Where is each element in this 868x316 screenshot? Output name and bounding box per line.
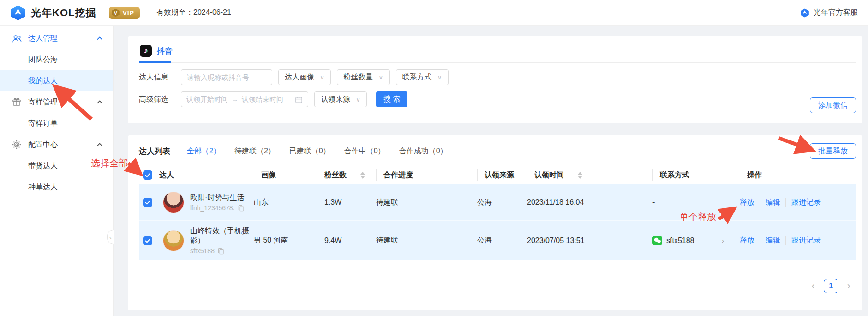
batch-release-button[interactable]: 批量释放	[810, 143, 856, 159]
sort-fans-icon[interactable]	[360, 172, 365, 179]
range-arrow-icon: →	[232, 96, 238, 103]
sidebar-item-config-center[interactable]: 配置中心	[0, 134, 113, 155]
copy-icon[interactable]	[238, 205, 244, 212]
row-checkbox[interactable]	[143, 198, 152, 207]
sidebar-label: 配置中心	[28, 140, 58, 150]
wechat-icon	[652, 236, 662, 245]
edit-link[interactable]: 编辑	[760, 198, 780, 207]
nickname-input[interactable]	[181, 69, 272, 85]
app-logo: 光年KOL挖掘	[10, 5, 96, 21]
daren-account: sftx5188	[190, 247, 215, 255]
sidebar-label: 团队公海	[28, 55, 58, 65]
table-row: 欧阳·时势与生活 lfnh_12345678. 山东 1.3W 待建联 公海 2…	[139, 184, 856, 220]
filter-row-1: 达人信息 达人画像 ∨ 粉丝数量 ∨ 联系方式 ∨	[139, 69, 856, 85]
sidebar-item-my-daren[interactable]: 我的达人	[0, 70, 113, 91]
sidebar-label: 带货达人	[28, 161, 58, 171]
daren-cell: 山峰特效（手机摄影） sftx5188	[159, 226, 254, 255]
next-page-icon[interactable]: ›	[847, 281, 850, 291]
chevron-up-icon[interactable]	[96, 36, 103, 41]
service-icon	[800, 8, 809, 18]
topbar: 光年KOL挖掘 V VIP 有效期至：2024-06-21 光年官方客服	[0, 0, 868, 26]
contact-cell: sftx5188 ›	[652, 236, 740, 245]
daren-name[interactable]: 山峰特效（手机摄影）	[190, 226, 254, 246]
users-icon	[12, 34, 22, 43]
platform-tabs: ♪ 抖音	[139, 42, 856, 63]
service-label: 光年官方客服	[814, 8, 858, 18]
claim-time-cell: 2023/11/18 16:04	[527, 198, 652, 207]
sidebar-item-daren-mgmt[interactable]: 达人管理	[0, 28, 113, 49]
actions-cell: 释放 编辑 跟进记录	[740, 236, 856, 245]
fans-cell: 1.3W	[324, 198, 376, 207]
release-link[interactable]: 释放	[740, 198, 754, 207]
prev-page-icon[interactable]: ‹	[811, 281, 814, 291]
daren-cell: 欧阳·时势与生活 lfnh_12345678.	[159, 192, 254, 213]
table-row: 山峰特效（手机摄影） sftx5188 男 50 河南 9.4W 待建联 公海 …	[139, 220, 856, 260]
row-checkbox[interactable]	[143, 236, 152, 245]
calendar-icon	[295, 96, 303, 103]
select-all-checkbox[interactable]	[143, 170, 152, 180]
col-fans: 粉丝数	[324, 166, 376, 184]
sidebar-label: 达人管理	[28, 34, 58, 43]
gift-icon	[12, 97, 22, 107]
logo-icon	[10, 5, 26, 21]
col-portrait: 画像	[254, 166, 324, 184]
claim-source-label: 认领来源	[321, 95, 350, 104]
follow-up-link[interactable]: 跟进记录	[785, 198, 821, 207]
tab-douyin[interactable]: 抖音	[157, 46, 173, 56]
fans-count-select[interactable]: 粉丝数量 ∨	[337, 69, 389, 85]
contact-cell: -	[652, 198, 740, 207]
table-header-row: 达人 画像 粉丝数 合作进度 认领来源 认领时间 联系方式 操作	[139, 166, 856, 184]
tab-pending-contact[interactable]: 待建联（2）	[234, 146, 275, 156]
col-claim-time-label: 认领时间	[534, 170, 564, 180]
vip-expiry-text: 有效期至：2024-06-21	[156, 8, 231, 18]
sidebar-label: 寄样管理	[28, 97, 58, 107]
follow-up-link[interactable]: 跟进记录	[785, 236, 821, 245]
page-number[interactable]: 1	[824, 279, 838, 293]
progress-cell: 待建联	[376, 236, 477, 245]
sidebar-item-zhongcao-daren[interactable]: 种草达人	[0, 176, 113, 198]
daren-name[interactable]: 欧阳·时势与生活	[190, 193, 244, 203]
tab-all[interactable]: 全部（2）	[187, 146, 221, 156]
sidebar-item-sample-mgmt[interactable]: 寄样管理	[0, 91, 113, 113]
annotation-single-release: 单个释放	[679, 211, 716, 223]
filter-panel: ♪ 抖音 达人信息 达人画像 ∨ 粉丝数量 ∨ 联系方式 ∨ 高级筛选 认领开始…	[128, 36, 862, 123]
tab-cooperation-success[interactable]: 合作成功（0）	[399, 146, 448, 156]
sidebar-label: 我的达人	[28, 76, 58, 86]
contact-expand-icon[interactable]: ›	[722, 237, 724, 244]
daren-table: 达人 画像 粉丝数 合作进度 认领来源 认领时间 联系方式 操作	[139, 166, 856, 260]
sidebar-item-team-pool[interactable]: 团队公海	[0, 49, 113, 70]
vip-label: VIP	[122, 9, 134, 17]
edit-link[interactable]: 编辑	[760, 236, 780, 245]
add-wechat-button[interactable]: 添加微信	[810, 97, 856, 113]
sidebar-label: 种草达人	[28, 182, 58, 192]
source-cell: 公海	[477, 198, 527, 207]
claim-date-range-picker[interactable]: 认领开始时间 → 认领结束时间	[181, 91, 308, 107]
app-title: 光年KOL挖掘	[31, 6, 96, 20]
search-button[interactable]: 搜 索	[376, 91, 407, 107]
release-link[interactable]: 释放	[740, 236, 754, 245]
tab-cooperating[interactable]: 合作中（0）	[344, 146, 385, 156]
chevron-up-icon[interactable]	[96, 143, 103, 147]
avatar[interactable]	[163, 192, 184, 213]
chevron-down-icon: ∨	[437, 73, 442, 81]
wechat-id: sftx5188	[666, 237, 694, 245]
col-contact: 联系方式	[652, 166, 740, 184]
claim-source-select[interactable]: 认领来源 ∨	[314, 91, 367, 107]
avatar[interactable]	[163, 230, 184, 251]
chevron-up-icon[interactable]	[96, 100, 103, 104]
col-actions: 操作	[740, 166, 856, 184]
chevron-down-icon: ∨	[320, 73, 324, 81]
sidebar-item-sample-order[interactable]: 寄样订单	[0, 113, 113, 134]
portrait-select[interactable]: 达人画像 ∨	[278, 69, 331, 85]
copy-icon[interactable]	[218, 248, 224, 255]
col-fans-label: 粉丝数	[324, 170, 347, 180]
advanced-filter-label: 高级筛选	[139, 95, 175, 104]
tab-contacted[interactable]: 已建联（0）	[289, 146, 330, 156]
sort-claim-time-icon[interactable]	[578, 172, 582, 179]
customer-service-link[interactable]: 光年官方客服	[800, 8, 858, 18]
portrait-cell: 山东	[254, 198, 324, 207]
contact-select[interactable]: 联系方式 ∨	[396, 69, 449, 85]
col-progress: 合作进度	[376, 166, 477, 184]
col-daren: 达人	[159, 166, 254, 184]
list-title: 达人列表	[139, 146, 170, 157]
